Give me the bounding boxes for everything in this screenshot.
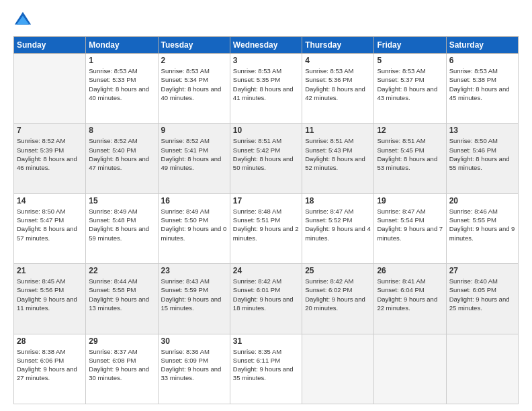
day-cell: 25 Sunrise: 8:42 AMSunset: 6:02 PMDaylig… <box>302 264 374 334</box>
day-number: 31 <box>233 336 299 346</box>
day-number: 19 <box>377 196 443 205</box>
logo <box>13 11 35 30</box>
day-number: 8 <box>89 126 154 135</box>
day-number: 30 <box>161 336 227 346</box>
day-detail: Sunrise: 8:53 AMSunset: 5:34 PMDaylight:… <box>161 66 227 102</box>
day-number: 20 <box>449 196 515 205</box>
day-detail: Sunrise: 8:47 AMSunset: 5:52 PMDaylight:… <box>305 207 371 242</box>
day-detail: Sunrise: 8:42 AMSunset: 6:02 PMDaylight:… <box>305 277 371 312</box>
day-number: 27 <box>449 266 515 275</box>
day-cell: 2 Sunrise: 8:53 AMSunset: 5:34 PMDayligh… <box>158 54 230 124</box>
day-cell: 26 Sunrise: 8:41 AMSunset: 6:04 PMDaylig… <box>374 264 446 334</box>
day-cell: 18 Sunrise: 8:47 AMSunset: 5:52 PMDaylig… <box>302 193 374 263</box>
day-detail: Sunrise: 8:52 AMSunset: 5:41 PMDaylight:… <box>161 136 227 172</box>
day-cell: 12 Sunrise: 8:51 AMSunset: 5:45 PMDaylig… <box>374 124 446 193</box>
day-cell: 7 Sunrise: 8:52 AMSunset: 5:39 PMDayligh… <box>14 124 86 193</box>
day-number: 7 <box>17 126 83 135</box>
day-cell: 19 Sunrise: 8:47 AMSunset: 5:54 PMDaylig… <box>374 193 446 263</box>
day-detail: Sunrise: 8:43 AMSunset: 5:59 PMDaylight:… <box>161 277 227 312</box>
day-cell: 28 Sunrise: 8:38 AMSunset: 6:06 PMDaylig… <box>14 334 86 404</box>
day-number: 18 <box>305 196 371 205</box>
header <box>13 11 519 30</box>
day-detail: Sunrise: 8:48 AMSunset: 5:51 PMDaylight:… <box>233 207 299 242</box>
day-number: 25 <box>305 266 371 275</box>
day-number: 23 <box>161 266 227 275</box>
day-number: 5 <box>377 56 443 65</box>
week-row-5: 28 Sunrise: 8:38 AMSunset: 6:06 PMDaylig… <box>14 334 519 404</box>
day-number: 3 <box>233 56 299 65</box>
day-cell: 6 Sunrise: 8:53 AMSunset: 5:38 PMDayligh… <box>446 54 518 124</box>
day-cell: 1 Sunrise: 8:53 AMSunset: 5:33 PMDayligh… <box>86 54 158 124</box>
day-cell: 17 Sunrise: 8:48 AMSunset: 5:51 PMDaylig… <box>230 193 302 263</box>
day-number: 4 <box>305 56 371 65</box>
week-row-4: 21 Sunrise: 8:45 AMSunset: 5:56 PMDaylig… <box>14 264 519 334</box>
day-cell: 13 Sunrise: 8:50 AMSunset: 5:46 PMDaylig… <box>446 124 518 193</box>
day-number: 10 <box>233 126 299 135</box>
day-cell <box>14 54 86 124</box>
day-detail: Sunrise: 8:47 AMSunset: 5:54 PMDaylight:… <box>377 207 443 242</box>
day-detail: Sunrise: 8:51 AMSunset: 5:43 PMDaylight:… <box>305 136 371 172</box>
day-cell: 21 Sunrise: 8:45 AMSunset: 5:56 PMDaylig… <box>14 264 86 334</box>
day-number: 1 <box>89 56 154 65</box>
day-header-friday: Friday <box>374 37 446 54</box>
day-header-sunday: Sunday <box>14 37 86 54</box>
day-detail: Sunrise: 8:53 AMSunset: 5:37 PMDaylight:… <box>377 66 443 102</box>
week-row-3: 14 Sunrise: 8:50 AMSunset: 5:47 PMDaylig… <box>14 193 519 263</box>
day-number: 14 <box>17 196 83 205</box>
day-cell: 3 Sunrise: 8:53 AMSunset: 5:35 PMDayligh… <box>230 54 302 124</box>
day-cell: 15 Sunrise: 8:49 AMSunset: 5:48 PMDaylig… <box>86 193 158 263</box>
calendar-table: SundayMondayTuesdayWednesdayThursdayFrid… <box>13 36 519 404</box>
day-number: 26 <box>377 266 443 275</box>
day-number: 29 <box>89 336 154 346</box>
day-detail: Sunrise: 8:38 AMSunset: 6:06 PMDaylight:… <box>17 347 83 383</box>
day-number: 15 <box>89 196 154 205</box>
day-cell: 9 Sunrise: 8:52 AMSunset: 5:41 PMDayligh… <box>158 124 230 193</box>
day-detail: Sunrise: 8:49 AMSunset: 5:48 PMDaylight:… <box>89 207 154 242</box>
day-cell: 8 Sunrise: 8:52 AMSunset: 5:40 PMDayligh… <box>86 124 158 193</box>
day-detail: Sunrise: 8:50 AMSunset: 5:46 PMDaylight:… <box>449 136 515 172</box>
day-number: 12 <box>377 126 443 135</box>
day-cell: 29 Sunrise: 8:37 AMSunset: 6:08 PMDaylig… <box>86 334 158 404</box>
day-number: 16 <box>161 196 227 205</box>
day-cell <box>302 334 374 404</box>
page: SundayMondayTuesdayWednesdayThursdayFrid… <box>0 0 532 411</box>
week-row-2: 7 Sunrise: 8:52 AMSunset: 5:39 PMDayligh… <box>14 124 519 193</box>
day-detail: Sunrise: 8:49 AMSunset: 5:50 PMDaylight:… <box>161 207 227 242</box>
day-number: 28 <box>17 336 83 346</box>
day-number: 6 <box>449 56 515 65</box>
day-number: 9 <box>161 126 227 135</box>
day-header-monday: Monday <box>86 37 158 54</box>
day-detail: Sunrise: 8:46 AMSunset: 5:55 PMDaylight:… <box>449 207 515 242</box>
day-number: 11 <box>305 126 371 135</box>
day-detail: Sunrise: 8:52 AMSunset: 5:39 PMDaylight:… <box>17 136 83 172</box>
day-detail: Sunrise: 8:44 AMSunset: 5:58 PMDaylight:… <box>89 277 154 312</box>
day-number: 2 <box>161 56 227 65</box>
day-detail: Sunrise: 8:53 AMSunset: 5:33 PMDaylight:… <box>89 66 154 102</box>
day-cell: 22 Sunrise: 8:44 AMSunset: 5:58 PMDaylig… <box>86 264 158 334</box>
day-detail: Sunrise: 8:37 AMSunset: 6:08 PMDaylight:… <box>89 347 154 383</box>
day-detail: Sunrise: 8:53 AMSunset: 5:38 PMDaylight:… <box>449 66 515 102</box>
day-cell: 27 Sunrise: 8:40 AMSunset: 6:05 PMDaylig… <box>446 264 518 334</box>
day-detail: Sunrise: 8:50 AMSunset: 5:47 PMDaylight:… <box>17 207 83 242</box>
day-detail: Sunrise: 8:36 AMSunset: 6:09 PMDaylight:… <box>161 347 227 383</box>
day-detail: Sunrise: 8:45 AMSunset: 5:56 PMDaylight:… <box>17 277 83 312</box>
day-cell: 24 Sunrise: 8:42 AMSunset: 6:01 PMDaylig… <box>230 264 302 334</box>
day-number: 22 <box>89 266 154 275</box>
day-cell: 5 Sunrise: 8:53 AMSunset: 5:37 PMDayligh… <box>374 54 446 124</box>
day-cell: 4 Sunrise: 8:53 AMSunset: 5:36 PMDayligh… <box>302 54 374 124</box>
day-cell: 14 Sunrise: 8:50 AMSunset: 5:47 PMDaylig… <box>14 193 86 263</box>
day-cell <box>374 334 446 404</box>
day-number: 17 <box>233 196 299 205</box>
day-cell <box>446 334 518 404</box>
day-detail: Sunrise: 8:42 AMSunset: 6:01 PMDaylight:… <box>233 277 299 312</box>
day-detail: Sunrise: 8:51 AMSunset: 5:45 PMDaylight:… <box>377 136 443 172</box>
day-detail: Sunrise: 8:40 AMSunset: 6:05 PMDaylight:… <box>449 277 515 312</box>
day-cell: 20 Sunrise: 8:46 AMSunset: 5:55 PMDaylig… <box>446 193 518 263</box>
day-cell: 23 Sunrise: 8:43 AMSunset: 5:59 PMDaylig… <box>158 264 230 334</box>
day-cell: 31 Sunrise: 8:35 AMSunset: 6:11 PMDaylig… <box>230 334 302 404</box>
day-number: 13 <box>449 126 515 135</box>
day-detail: Sunrise: 8:53 AMSunset: 5:36 PMDaylight:… <box>305 66 371 102</box>
logo-icon <box>13 11 32 30</box>
day-cell: 10 Sunrise: 8:51 AMSunset: 5:42 PMDaylig… <box>230 124 302 193</box>
header-row: SundayMondayTuesdayWednesdayThursdayFrid… <box>14 37 519 54</box>
